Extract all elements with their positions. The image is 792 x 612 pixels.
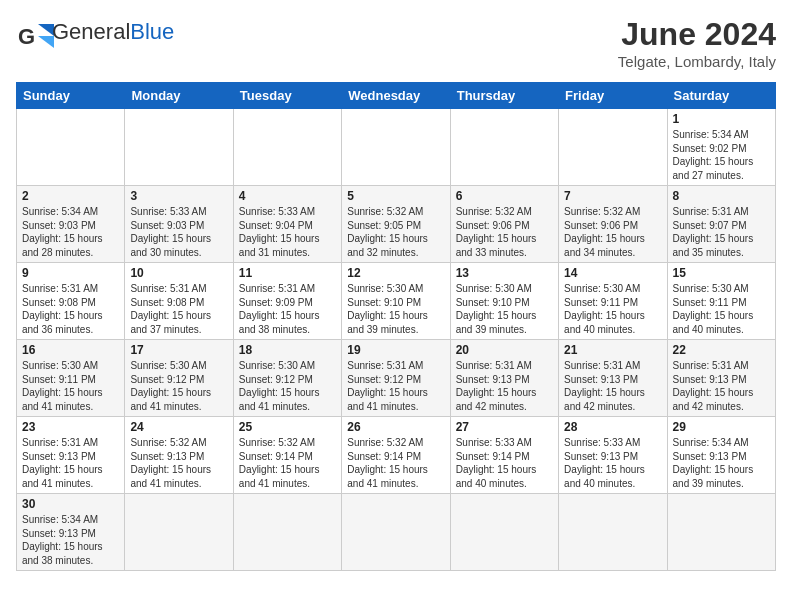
day-number: 11 — [239, 266, 336, 280]
calendar-cell: 16Sunrise: 5:30 AM Sunset: 9:11 PM Dayli… — [17, 340, 125, 417]
calendar-cell: 19Sunrise: 5:31 AM Sunset: 9:12 PM Dayli… — [342, 340, 450, 417]
day-number: 18 — [239, 343, 336, 357]
calendar-cell — [559, 494, 667, 571]
calendar-cell: 14Sunrise: 5:30 AM Sunset: 9:11 PM Dayli… — [559, 263, 667, 340]
calendar-cell: 1Sunrise: 5:34 AM Sunset: 9:02 PM Daylig… — [667, 109, 775, 186]
day-info: Sunrise: 5:31 AM Sunset: 9:13 PM Dayligh… — [673, 359, 770, 413]
calendar-cell: 17Sunrise: 5:30 AM Sunset: 9:12 PM Dayli… — [125, 340, 233, 417]
day-of-week-friday: Friday — [559, 83, 667, 109]
day-of-week-thursday: Thursday — [450, 83, 558, 109]
calendar-cell: 22Sunrise: 5:31 AM Sunset: 9:13 PM Dayli… — [667, 340, 775, 417]
calendar-cell — [17, 109, 125, 186]
calendar-week-2: 2Sunrise: 5:34 AM Sunset: 9:03 PM Daylig… — [17, 186, 776, 263]
day-info: Sunrise: 5:30 AM Sunset: 9:11 PM Dayligh… — [673, 282, 770, 336]
calendar-cell: 9Sunrise: 5:31 AM Sunset: 9:08 PM Daylig… — [17, 263, 125, 340]
calendar-table: SundayMondayTuesdayWednesdayThursdayFrid… — [16, 82, 776, 571]
calendar-cell — [125, 109, 233, 186]
calendar-cell: 26Sunrise: 5:32 AM Sunset: 9:14 PM Dayli… — [342, 417, 450, 494]
calendar-cell: 24Sunrise: 5:32 AM Sunset: 9:13 PM Dayli… — [125, 417, 233, 494]
day-of-week-saturday: Saturday — [667, 83, 775, 109]
day-info: Sunrise: 5:30 AM Sunset: 9:11 PM Dayligh… — [564, 282, 661, 336]
day-info: Sunrise: 5:30 AM Sunset: 9:12 PM Dayligh… — [130, 359, 227, 413]
calendar-cell: 5Sunrise: 5:32 AM Sunset: 9:05 PM Daylig… — [342, 186, 450, 263]
calendar-cell: 23Sunrise: 5:31 AM Sunset: 9:13 PM Dayli… — [17, 417, 125, 494]
day-of-week-wednesday: Wednesday — [342, 83, 450, 109]
calendar-header-row: SundayMondayTuesdayWednesdayThursdayFrid… — [17, 83, 776, 109]
calendar-cell — [667, 494, 775, 571]
day-info: Sunrise: 5:33 AM Sunset: 9:14 PM Dayligh… — [456, 436, 553, 490]
day-info: Sunrise: 5:32 AM Sunset: 9:14 PM Dayligh… — [239, 436, 336, 490]
day-info: Sunrise: 5:31 AM Sunset: 9:08 PM Dayligh… — [22, 282, 119, 336]
day-number: 20 — [456, 343, 553, 357]
day-number: 5 — [347, 189, 444, 203]
day-number: 12 — [347, 266, 444, 280]
calendar-cell — [450, 494, 558, 571]
day-number: 2 — [22, 189, 119, 203]
day-number: 27 — [456, 420, 553, 434]
day-number: 17 — [130, 343, 227, 357]
day-info: Sunrise: 5:34 AM Sunset: 9:13 PM Dayligh… — [673, 436, 770, 490]
day-info: Sunrise: 5:33 AM Sunset: 9:03 PM Dayligh… — [130, 205, 227, 259]
day-number: 1 — [673, 112, 770, 126]
calendar-cell: 3Sunrise: 5:33 AM Sunset: 9:03 PM Daylig… — [125, 186, 233, 263]
day-info: Sunrise: 5:30 AM Sunset: 9:12 PM Dayligh… — [239, 359, 336, 413]
calendar-cell — [559, 109, 667, 186]
calendar-week-4: 16Sunrise: 5:30 AM Sunset: 9:11 PM Dayli… — [17, 340, 776, 417]
day-info: Sunrise: 5:32 AM Sunset: 9:06 PM Dayligh… — [564, 205, 661, 259]
calendar-subtitle: Telgate, Lombardy, Italy — [618, 53, 776, 70]
calendar-cell — [342, 494, 450, 571]
day-number: 19 — [347, 343, 444, 357]
calendar-title: June 2024 — [618, 16, 776, 53]
day-info: Sunrise: 5:33 AM Sunset: 9:04 PM Dayligh… — [239, 205, 336, 259]
calendar-cell: 13Sunrise: 5:30 AM Sunset: 9:10 PM Dayli… — [450, 263, 558, 340]
day-number: 6 — [456, 189, 553, 203]
logo: G GeneralBlue — [16, 16, 174, 48]
day-info: Sunrise: 5:34 AM Sunset: 9:13 PM Dayligh… — [22, 513, 119, 567]
day-number: 8 — [673, 189, 770, 203]
header: G GeneralBlue June 2024 Telgate, Lombard… — [16, 16, 776, 70]
day-info: Sunrise: 5:31 AM Sunset: 9:09 PM Dayligh… — [239, 282, 336, 336]
calendar-cell — [233, 109, 341, 186]
calendar-cell: 21Sunrise: 5:31 AM Sunset: 9:13 PM Dayli… — [559, 340, 667, 417]
day-of-week-sunday: Sunday — [17, 83, 125, 109]
day-info: Sunrise: 5:31 AM Sunset: 9:13 PM Dayligh… — [456, 359, 553, 413]
day-info: Sunrise: 5:31 AM Sunset: 9:13 PM Dayligh… — [22, 436, 119, 490]
day-info: Sunrise: 5:30 AM Sunset: 9:11 PM Dayligh… — [22, 359, 119, 413]
calendar-cell: 28Sunrise: 5:33 AM Sunset: 9:13 PM Dayli… — [559, 417, 667, 494]
day-number: 16 — [22, 343, 119, 357]
calendar-cell: 4Sunrise: 5:33 AM Sunset: 9:04 PM Daylig… — [233, 186, 341, 263]
day-number: 26 — [347, 420, 444, 434]
day-info: Sunrise: 5:32 AM Sunset: 9:06 PM Dayligh… — [456, 205, 553, 259]
calendar-week-1: 1Sunrise: 5:34 AM Sunset: 9:02 PM Daylig… — [17, 109, 776, 186]
day-info: Sunrise: 5:31 AM Sunset: 9:13 PM Dayligh… — [564, 359, 661, 413]
calendar-cell — [450, 109, 558, 186]
calendar-cell — [233, 494, 341, 571]
calendar-cell: 12Sunrise: 5:30 AM Sunset: 9:10 PM Dayli… — [342, 263, 450, 340]
logo-text: GeneralBlue — [52, 21, 174, 43]
calendar-cell — [125, 494, 233, 571]
day-info: Sunrise: 5:32 AM Sunset: 9:05 PM Dayligh… — [347, 205, 444, 259]
day-info: Sunrise: 5:32 AM Sunset: 9:13 PM Dayligh… — [130, 436, 227, 490]
calendar-week-5: 23Sunrise: 5:31 AM Sunset: 9:13 PM Dayli… — [17, 417, 776, 494]
calendar-cell: 6Sunrise: 5:32 AM Sunset: 9:06 PM Daylig… — [450, 186, 558, 263]
day-number: 9 — [22, 266, 119, 280]
day-number: 4 — [239, 189, 336, 203]
calendar-cell: 10Sunrise: 5:31 AM Sunset: 9:08 PM Dayli… — [125, 263, 233, 340]
day-info: Sunrise: 5:30 AM Sunset: 9:10 PM Dayligh… — [347, 282, 444, 336]
day-number: 23 — [22, 420, 119, 434]
calendar-cell: 7Sunrise: 5:32 AM Sunset: 9:06 PM Daylig… — [559, 186, 667, 263]
svg-text:G: G — [18, 24, 35, 49]
day-number: 21 — [564, 343, 661, 357]
day-info: Sunrise: 5:31 AM Sunset: 9:07 PM Dayligh… — [673, 205, 770, 259]
day-number: 10 — [130, 266, 227, 280]
calendar-cell: 2Sunrise: 5:34 AM Sunset: 9:03 PM Daylig… — [17, 186, 125, 263]
day-info: Sunrise: 5:34 AM Sunset: 9:03 PM Dayligh… — [22, 205, 119, 259]
day-number: 28 — [564, 420, 661, 434]
day-info: Sunrise: 5:31 AM Sunset: 9:12 PM Dayligh… — [347, 359, 444, 413]
calendar-cell: 15Sunrise: 5:30 AM Sunset: 9:11 PM Dayli… — [667, 263, 775, 340]
day-number: 29 — [673, 420, 770, 434]
day-of-week-tuesday: Tuesday — [233, 83, 341, 109]
title-area: June 2024 Telgate, Lombardy, Italy — [618, 16, 776, 70]
day-number: 13 — [456, 266, 553, 280]
calendar-cell: 25Sunrise: 5:32 AM Sunset: 9:14 PM Dayli… — [233, 417, 341, 494]
